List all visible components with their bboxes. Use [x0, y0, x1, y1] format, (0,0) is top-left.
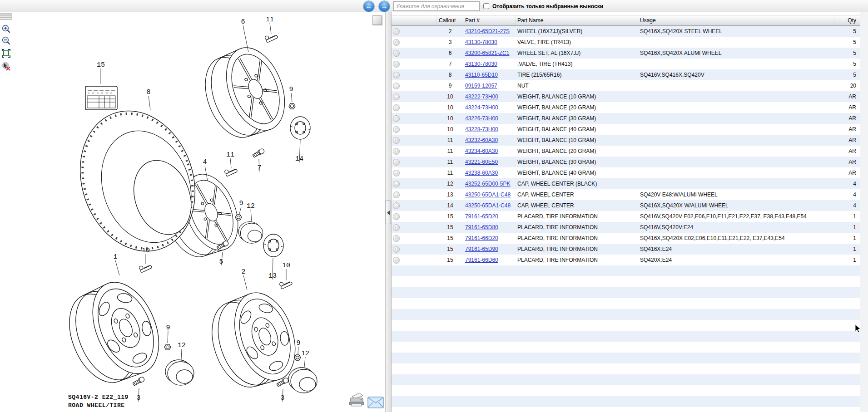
diagram-callout[interactable]: 12	[301, 350, 309, 358]
table-row[interactable]: +343130-78030VALVE, TIRE (TR413)5	[392, 37, 860, 48]
filter-search-input[interactable]	[393, 1, 480, 11]
zoom-out-icon[interactable]	[1, 36, 11, 45]
part-number-link[interactable]: 43232-60A30	[465, 137, 498, 143]
header-usage[interactable]: Usage	[638, 15, 834, 25]
diagram-callout[interactable]: 9	[289, 86, 293, 93]
diagram-callout[interactable]: 5	[219, 258, 223, 266]
table-row[interactable]: +1579161-65D90PLACARD, TIRE INFORMATIONS…	[392, 244, 860, 255]
expand-row-icon[interactable]: +	[393, 39, 400, 46]
expand-row-icon[interactable]: +	[393, 104, 400, 111]
part-number-link[interactable]: 43224-73H00	[465, 104, 498, 111]
diagram-callout[interactable]: 9	[239, 200, 243, 207]
diagram-callout[interactable]: 1	[113, 253, 117, 261]
table-row[interactable]: +1143221-60E50WEIGHT, BALANCE (30 GRAM)A…	[392, 157, 860, 167]
part-number-link[interactable]: 79161-66D20	[465, 235, 498, 241]
expand-row-icon[interactable]: +	[393, 224, 400, 231]
expand-row-icon[interactable]: +	[393, 202, 400, 209]
part-number-link[interactable]: 43200-65821-ZC1	[465, 50, 509, 56]
part-number-link[interactable]: 43222-73H00	[465, 93, 498, 100]
expand-row-icon[interactable]: +	[393, 191, 400, 198]
table-row[interactable]: +1243252-65D00-5PKCAP, WHEEL CENTER (BLA…	[392, 178, 860, 189]
expand-row-icon[interactable]: +	[393, 61, 400, 68]
diagram-callout[interactable]: 9	[166, 324, 170, 332]
table-row[interactable]: +743130-78030.VALVE, TIRE (TR413)5	[392, 59, 860, 69]
part-number-link[interactable]: 09159-12057	[465, 83, 497, 89]
table-row[interactable]: +1043226-73H00WEIGHT, BALANCE (30 GRAM)A…	[392, 113, 860, 124]
header-qty[interactable]: Qty	[834, 15, 860, 25]
diagram-callout[interactable]: 2	[241, 268, 245, 276]
part-number-link[interactable]: 43234-60A30	[465, 148, 498, 154]
diagram-callout[interactable]: 6	[241, 18, 245, 26]
collapse-table-handle[interactable]	[386, 201, 391, 224]
forward-button[interactable]: →	[378, 0, 390, 12]
zoom-in-icon[interactable]	[1, 24, 11, 34]
print-button[interactable]	[347, 391, 366, 409]
expand-row-icon[interactable]: +	[393, 50, 400, 57]
table-row[interactable]: +1579161-65D20PLACARD, TIRE INFORMATIONS…	[392, 211, 860, 222]
toolbar-grip-icon[interactable]	[0, 13, 12, 20]
table-row[interactable]: +243210-65D21-27SWHEEL (16X7JJ)(SILVER)S…	[392, 26, 860, 37]
vertical-scrollbar[interactable]	[860, 12, 868, 412]
diagram-callout[interactable]: 14	[295, 155, 303, 163]
diagram-callout[interactable]: 10	[142, 247, 150, 255]
diagram-callout[interactable]: 11	[226, 151, 234, 159]
expand-row-icon[interactable]: +	[393, 235, 400, 242]
panel-corner-button[interactable]	[372, 15, 382, 25]
diagram-callout[interactable]: 3	[136, 394, 140, 402]
table-row[interactable]: +909159-12057NUT20	[392, 80, 860, 91]
part-number-link[interactable]: 43250-65DA1-C48	[465, 191, 511, 198]
part-number-link[interactable]: 43226-73H00	[465, 115, 498, 122]
expand-row-icon[interactable]: +	[393, 148, 400, 155]
diagram-callout[interactable]: 10	[282, 262, 290, 270]
table-row[interactable]: +1579161-66D20PLACARD, TIRE INFORMATIONS…	[392, 233, 860, 244]
diagram-callout[interactable]: 11	[266, 16, 274, 24]
diagram-callout[interactable]: 12	[178, 342, 186, 349]
header-part-number[interactable]: Part #	[463, 15, 516, 25]
table-row[interactable]: +1579161-66D60PLACARD, TIRE INFORMATIONS…	[392, 255, 860, 265]
part-number-link[interactable]: 79161-65D90	[465, 246, 498, 252]
expand-row-icon[interactable]: +	[393, 126, 400, 133]
table-row[interactable]: +1143232-60A30WEIGHT, BALANCE (10 GRAM)A…	[392, 135, 860, 146]
expand-row-icon[interactable]: +	[393, 213, 400, 220]
diagram-callout[interactable]: 12	[247, 202, 255, 210]
part-number-link[interactable]: 43238-60A30	[465, 170, 498, 176]
expand-row-icon[interactable]: +	[393, 159, 400, 166]
expand-row-icon[interactable]: +	[393, 170, 400, 177]
table-row[interactable]: +1143234-60A30WEIGHT, BALANCE (20 GRAM)A…	[392, 146, 860, 157]
table-row[interactable]: +643200-65821-ZC1WHEEL SET, AL (16X7JJ)S…	[392, 48, 860, 59]
table-row[interactable]: +1143238-60A30WEIGHT, BALANCE (40 GRAM)A…	[392, 167, 860, 178]
part-number-link[interactable]: 43250-65DA1-C48	[465, 202, 511, 209]
part-number-link[interactable]: 79161-66D60	[465, 257, 498, 263]
table-row[interactable]: +1579161-65D80PLACARD, TIRE INFORMATIONS…	[392, 222, 860, 233]
expand-row-icon[interactable]: +	[393, 93, 400, 100]
expand-row-icon[interactable]: +	[393, 115, 400, 122]
fit-to-view-icon[interactable]	[1, 49, 11, 58]
part-number-link[interactable]: 43130-78030	[465, 61, 497, 67]
clear-selection-icon[interactable]	[1, 61, 11, 71]
diagram-callout[interactable]: 15	[97, 61, 105, 69]
part-number-link[interactable]: 43130-78030	[465, 39, 497, 45]
part-number-link[interactable]: 43252-65D00-5PK	[465, 181, 510, 187]
show-selected-callouts-checkbox[interactable]	[483, 3, 489, 9]
expand-row-icon[interactable]: +	[393, 181, 400, 187]
panel-splitter[interactable]	[385, 12, 392, 412]
diagram-callout[interactable]: 4	[203, 158, 207, 166]
expand-row-icon[interactable]: +	[393, 246, 400, 253]
diagram-callout[interactable]: 13	[268, 272, 277, 280]
diagram-callout[interactable]: 7	[257, 164, 261, 172]
expand-row-icon[interactable]: +	[393, 72, 400, 78]
part-number-link[interactable]: 43228-73H00	[465, 126, 498, 132]
diagram-callout[interactable]: 3	[280, 394, 284, 402]
part-number-link[interactable]: 43110-65D10	[465, 72, 498, 78]
table-row[interactable]: +1043222-73H00WEIGHT, BALANCE (10 GRAM)A…	[392, 91, 860, 102]
table-row[interactable]: +843110-65D10TIRE (215/65R16)SQ416V,SQ41…	[392, 69, 860, 80]
table-row[interactable]: +1343250-65DA1-C48CAP, WHEEL CENTERSQ420…	[392, 189, 860, 200]
email-button[interactable]	[367, 396, 385, 411]
expand-row-icon[interactable]: +	[393, 83, 400, 89]
diagram-callout[interactable]: 8	[146, 88, 150, 96]
header-part-name[interactable]: Part Name	[516, 15, 638, 25]
expand-row-icon[interactable]: +	[393, 28, 400, 35]
diagram-callout[interactable]: 9	[296, 339, 300, 347]
back-button[interactable]: ←	[363, 0, 375, 12]
table-row[interactable]: +1043224-73H00WEIGHT, BALANCE (20 GRAM)A…	[392, 102, 860, 113]
